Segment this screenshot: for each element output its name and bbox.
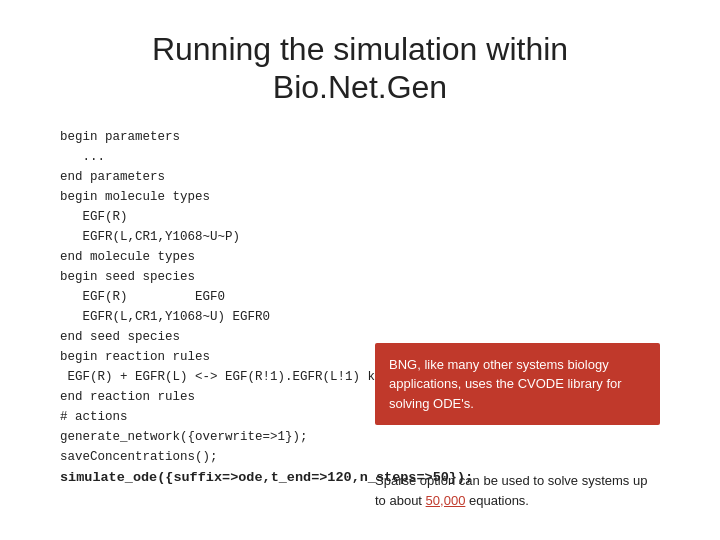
code-line-egf0: EGF(R) EGF0 <box>60 287 660 307</box>
slide-title: Running the simulation within Bio.Net.Ge… <box>60 30 660 107</box>
code-line-begin-seed-species: begin seed species <box>60 267 660 287</box>
code-line-ellipsis: ... <box>60 147 660 167</box>
title-line1: Running the simulation within <box>152 31 568 67</box>
code-line-egfr0: EGFR(L,CR1,Y1068~U) EGFR0 <box>60 307 660 327</box>
tooltip-text: BNG, like many other systems biology app… <box>389 357 622 411</box>
code-line-save-concentrations: saveConcentrations(); <box>60 447 660 467</box>
sparse-text-after: equations. <box>465 493 529 508</box>
code-line-end-parameters: end parameters <box>60 167 660 187</box>
code-line-begin-molecule-types: begin molecule types <box>60 187 660 207</box>
slide-container: Running the simulation within Bio.Net.Ge… <box>0 0 720 540</box>
code-line-end-molecule-types: end molecule types <box>60 247 660 267</box>
code-line-generate-network: generate_network({overwrite=>1}); <box>60 427 660 447</box>
sparse-number: 50,000 <box>426 493 466 508</box>
sparse-box: Sparse option can be used to solve syste… <box>375 471 660 510</box>
code-line-begin-parameters: begin parameters <box>60 127 660 147</box>
code-line-egfr: EGFR(L,CR1,Y1068~U~P) <box>60 227 660 247</box>
code-line-egf-r: EGF(R) <box>60 207 660 227</box>
title-line2: Bio.Net.Gen <box>273 69 447 105</box>
code-block: begin parameters ... end parameters begi… <box>60 127 660 489</box>
tooltip-box: BNG, like many other systems biology app… <box>375 343 660 426</box>
